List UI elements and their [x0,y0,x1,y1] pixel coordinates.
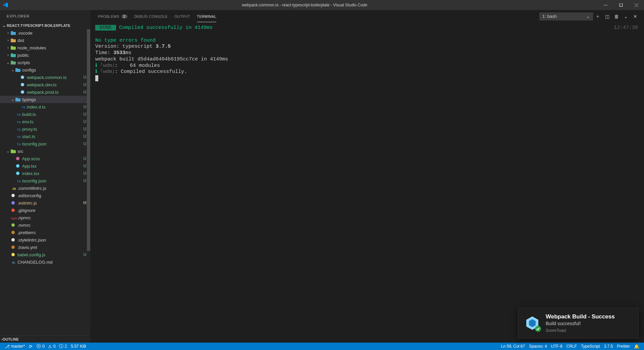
webpack-icon [524,315,540,331]
tree-file[interactable]: webpack.dev.tsU [0,81,90,88]
tab-problems[interactable]: PROBLEMS 2 [95,10,131,22]
close-button[interactable] [629,0,644,10]
status-errors[interactable]: ⓧ0⚠0ⓘ2 [35,343,69,350]
status-sync[interactable]: ⟳ [27,343,35,350]
status-encoding[interactable]: UTF-8 [549,343,565,350]
close-panel-button[interactable]: ✕ [631,14,640,19]
tree-folder[interactable]: ⌄configs [0,66,90,74]
maximize-button[interactable] [613,0,629,10]
tree-file[interactable]: .stylelintrc.json [0,236,90,244]
svg-point-5 [21,90,24,94]
tree-file[interactable]: App.scssU [0,155,90,162]
tree-folder[interactable]: ›public [0,51,90,59]
tree-file[interactable]: .eslintrc.jsM [0,199,90,207]
ts-file-icon: TS [15,112,22,117]
tree-file[interactable]: .editorconfig [0,192,90,199]
ts-file-icon: TS [15,119,22,124]
tree-folder[interactable]: ›node_modules [0,44,90,51]
terminal-timestamp: 12:47:30 [614,25,638,31]
react-icon [15,164,22,168]
kill-terminal-button[interactable]: 🗑 [612,14,621,19]
project-header[interactable]: ⌄ REACT-TYPESCRIPT-BOILERPLATE [0,22,90,29]
status-language[interactable]: TypeScript [579,343,602,350]
tree-file[interactable]: webpack.common.tsU [0,74,90,81]
md-icon: M↓ [11,260,17,265]
tree-file[interactable]: TSstart.tsU [0,133,90,140]
tree-item-name: index.tsx [22,171,82,176]
tree-file[interactable]: index.tsxU [0,170,90,177]
tree-item-name: webpack.dev.ts [27,82,82,87]
tree-folder[interactable]: ⌄typings [0,96,90,103]
terminal-body[interactable]: 12:47:30 DONE Compiled successfully in 4… [91,22,644,343]
tree-file[interactable]: TSbuild.tsU [0,111,90,118]
tree-file[interactable]: M↓CHANGELOG.md [0,258,90,266]
error-icon: ⓧ [37,343,41,349]
split-terminal-button[interactable]: ◫ [602,14,612,19]
tree-file[interactable]: .prettierrc [0,229,90,236]
tab-terminal[interactable]: TERMINAL [194,10,220,22]
wdm-line-2: ℹ ｢wdm｣: Compiled successfully. [95,69,187,75]
explorer-title: EXPLORER [0,10,90,22]
tree-item-name: env.ts [22,119,82,124]
tree-file[interactable]: .gitignore [0,207,90,214]
status-ts-version[interactable]: 3.7.5 [602,343,615,350]
tab-debug-console[interactable]: DEBUG CONSOLE [131,10,171,22]
notification-toast[interactable]: Webpack Build - Success Build successful… [518,308,639,339]
chevron-right-icon: › [5,31,11,35]
tree-item-name: webpack.common.ts [27,75,82,80]
tree-file[interactable]: TSindex.d.tsU [0,103,90,111]
svg-point-16 [11,253,15,256]
tree-file[interactable]: .nvmrc [0,221,90,229]
minimize-button[interactable] [598,0,613,10]
tree-item-name: dist [17,38,82,43]
webpack-icon [20,82,27,87]
svg-point-9 [11,194,15,197]
editor-area: PROBLEMS 2 DEBUG CONSOLE OUTPUT TERMINAL… [91,10,644,343]
chevron-right-icon: › [5,53,11,57]
status-filesize[interactable]: 5.57 KiB [69,343,88,350]
svg-point-8 [16,172,19,175]
chevron-down-icon: ⌄ [586,14,590,19]
build-line: webpack built d5d4ad6404b6195cc7ce in 41… [95,56,228,62]
tree-file[interactable]: TStsconfig.jsonU [0,177,90,184]
new-terminal-button[interactable]: ＋ [593,13,602,19]
tree-folder[interactable]: ›dist [0,37,90,44]
status-eol[interactable]: CRLF [565,343,579,350]
status-prettier[interactable]: Prettier [615,343,632,350]
svg-rect-2 [620,3,623,6]
status-branch[interactable]: ⎇master* [3,343,27,350]
tree-file[interactable]: TStsconfig.jsonU [0,140,90,147]
no-errors-line: No type errors found [95,38,156,43]
tree-folder[interactable]: ›.vscode [0,29,90,37]
status-feedback[interactable]: 🔔 [632,343,641,350]
tree-folder[interactable]: ⌄src [0,147,90,155]
tree-folder[interactable]: ⌄scripts [0,59,90,66]
status-cursor[interactable]: Ln 59, Col 67 [499,343,527,350]
tree-item-name: .commitlintrc.js [17,186,82,191]
tree-file[interactable]: babel.config.jsU [0,251,90,258]
tree-file[interactable]: TSproxy.tsU [0,125,90,133]
svg-point-7 [16,164,19,168]
titlebar: webpack.common.ts - react-typescript-boi… [0,0,644,10]
tree-file[interactable]: .travis.yml [0,244,90,251]
tree-file[interactable]: npm.npmrc [0,214,90,221]
folder-scripts-icon [11,60,17,65]
tree-item-name: .stylelintrc.json [17,237,82,243]
tree-item-name: src [17,149,82,154]
stylelint-icon [11,237,17,242]
terminal-select[interactable]: 1: bash ⌄ [539,12,593,20]
toast-app: SnoreToast [546,328,615,333]
tab-output[interactable]: OUTPUT [171,10,194,22]
npm-icon: npm [11,215,17,220]
tree-file[interactable]: TSenv.tsU [0,118,90,125]
tree-file[interactable]: App.tsxU [0,162,90,170]
outline-header[interactable]: › OUTLINE [0,335,90,343]
maximize-panel-button[interactable]: ⌄ [621,14,631,19]
tree-file[interactable]: JS.commitlintrc.js [0,184,90,192]
version-line: Version: typescript 3.7.5 [95,44,171,49]
status-indent[interactable]: Spaces: 4 [527,343,549,350]
scrollbar-thumb[interactable] [87,29,90,251]
tree-item-name: babel.config.js [17,252,82,257]
tree-file[interactable]: webpack.prod.tsU [0,88,90,96]
toast-subtitle: Build successful! [546,321,615,326]
